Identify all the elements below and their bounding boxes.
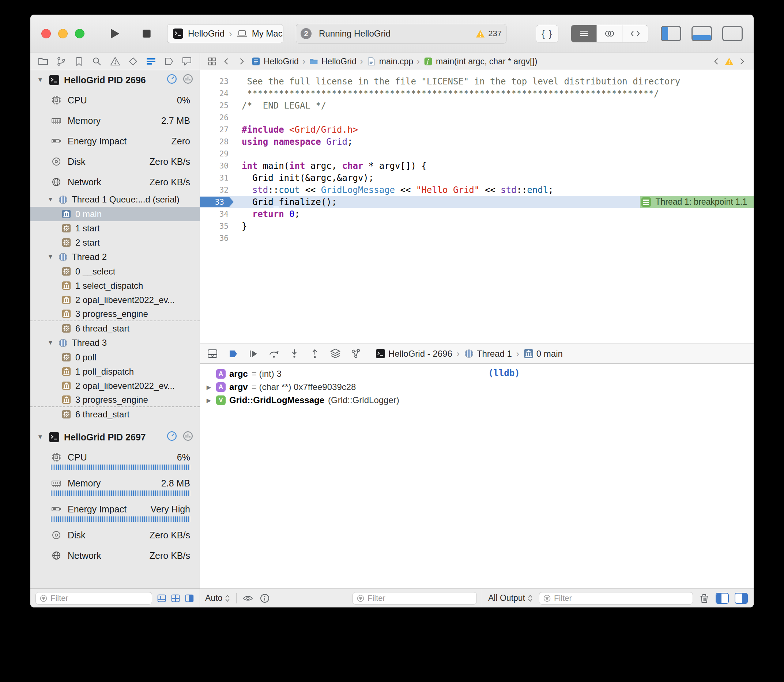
frame-row[interactable]: 6 thread_start [30,407,200,421]
stop-button[interactable] [141,28,152,40]
frame-row[interactable]: 0 poll [30,350,200,364]
line-number[interactable]: 36 [200,234,234,243]
navigator-tab-breakpoint[interactable] [163,56,174,67]
console-scope-selector[interactable]: All Output [488,593,533,603]
navigator-tab-symbol[interactable] [73,56,85,67]
gauge-row-disk[interactable]: DiskZero KB/s [30,525,200,545]
step-over-button[interactable] [268,348,280,360]
next-issue-button[interactable] [737,57,746,66]
line-number[interactable]: 29 [200,150,234,158]
toggle-debug-area-button[interactable] [691,26,712,41]
line-number[interactable]: 35 [200,222,234,231]
process-row[interactable]: ▼HelloGrid PID 2697 [30,427,200,447]
process-row[interactable]: ▼HelloGrid PID 2696 [30,70,200,90]
back-button[interactable] [222,57,232,66]
frame-row[interactable]: 2 start [30,235,200,250]
code-line-24[interactable]: 24 *************************************… [200,88,754,99]
disclosure-triangle[interactable]: ▼ [36,76,44,84]
show-console-button[interactable] [735,593,748,604]
navigator-filter-field[interactable] [35,592,152,604]
warning-icon[interactable] [724,57,734,66]
memory-graph-button[interactable] [182,73,194,87]
line-number[interactable]: 30 [200,161,234,170]
toggle-inspector-button[interactable] [722,26,742,41]
variables-filter-field[interactable] [353,592,477,604]
code-line-23[interactable]: 23 See the full license in the file "LIC… [200,75,754,88]
navigator-tab-issue[interactable] [110,56,121,67]
breadcrumb-item[interactable]: HelloGrid [251,57,299,67]
navigator-tab-search[interactable] [91,56,102,67]
disclosure-triangle[interactable]: ▼ [46,253,54,261]
interesting-only-toggle-icon[interactable] [184,593,195,604]
variables-filter-input[interactable] [367,594,473,603]
line-number[interactable]: 27 [200,125,234,134]
frame-row[interactable]: 3 progress_engine [30,307,200,321]
thread-row[interactable]: ▼Thread 3 [30,336,200,350]
zoom-button[interactable] [75,29,85,38]
debug-breadcrumb-item[interactable]: 0 main [524,349,563,359]
issue-count[interactable]: 237 [475,29,502,39]
step-out-button[interactable] [309,348,321,360]
line-number[interactable]: 31 [200,174,234,182]
variables-view[interactable]: Aargc= (int) 3▶Aargv= (char **) 0x7ffee9… [200,364,482,588]
disclosure-triangle[interactable]: ▼ [46,339,54,346]
disclosure-triangle[interactable]: ▼ [36,433,44,441]
code-line-30[interactable]: 30int main(int argc, char * argv[]) { [200,160,754,172]
forward-button[interactable] [236,57,246,66]
queue-view-toggle-icon[interactable] [171,593,180,604]
minimize-button[interactable] [58,29,68,38]
frame-row[interactable]: 1 poll_dispatch [30,364,200,379]
debug-memory-graph-button[interactable] [350,348,362,360]
info-icon[interactable] [259,593,270,604]
thread-row[interactable]: ▼Thread 2 [30,250,200,264]
code-line-32[interactable]: 32 std::cout << GridLogMessage << "Hello… [200,184,754,196]
frame-row[interactable]: 3 progress_engine [30,393,200,407]
line-number[interactable]: 34 [200,210,234,218]
breadcrumb-item[interactable]: HelloGrid [309,57,356,67]
standard-editor-button[interactable] [571,25,597,42]
frame-row[interactable]: 1 select_dispatch [30,279,200,293]
code-line-35[interactable]: 35} [200,220,754,232]
console[interactable]: (lldb) [482,364,754,588]
step-into-button[interactable] [289,348,300,360]
profile-in-instruments-button[interactable] [166,73,178,87]
task-count-badge[interactable]: 2 [300,28,311,39]
quicklook-eye-icon[interactable] [243,593,254,604]
line-number[interactable]: 25 [200,101,234,110]
breakpoint-gutter[interactable]: 33 [200,197,234,207]
breakpoints-toggle-button[interactable] [227,348,239,360]
code-line-34[interactable]: 34 return 0; [200,208,754,220]
gauge-row-cpu[interactable]: CPU0% [30,90,200,110]
code-line-33[interactable]: 33 Grid_finalize();Thread 1: breakpoint … [200,196,754,208]
version-editor-button[interactable] [623,25,648,42]
code-line-29[interactable]: 29 [200,148,754,160]
frame-row[interactable]: 0 main [30,207,200,221]
gauge-row-network[interactable]: NetworkZero KB/s [30,172,200,192]
code-line-28[interactable]: 28using namespace Grid; [200,135,754,148]
gauge-row-network[interactable]: NetworkZero KB/s [30,545,200,566]
navigator-tab-test[interactable] [128,56,139,67]
disclosure-triangle[interactable]: ▶ [205,384,212,391]
disclosure-triangle[interactable]: ▶ [205,397,212,404]
debug-view-hierarchy-button[interactable] [329,348,341,360]
gauge-row-energy-impact[interactable]: Energy ImpactZero [30,131,200,151]
gauge-row-memory[interactable]: Memory2.7 MB [30,110,200,131]
navigator-filter-input[interactable] [51,594,148,603]
line-number[interactable]: 32 [200,186,234,194]
frame-row[interactable]: 1 start [30,221,200,235]
scheme-selector[interactable]: HelloGrid › My Mac [167,24,283,43]
frame-row[interactable]: 2 opal_libevent2022_ev... [30,379,200,393]
code-snippets-button[interactable]: { } [536,25,558,42]
code-line-25[interactable]: 25/* END LEGAL */ [200,99,754,112]
run-button[interactable] [108,27,121,40]
variables-scope-selector[interactable]: Auto [205,593,230,603]
frame-row[interactable]: 2 opal_libevent2022_ev... [30,293,200,307]
navigator-tab-project[interactable] [38,56,49,67]
thread-view-toggle-icon[interactable] [156,593,167,604]
close-button[interactable] [42,29,51,38]
code-line-26[interactable]: 26 [200,112,754,124]
disclosure-triangle[interactable]: ▼ [46,196,54,203]
frame-row[interactable]: 0 __select [30,264,200,279]
code-line-36[interactable]: 36 [200,232,754,244]
console-filter-input[interactable] [554,594,689,603]
